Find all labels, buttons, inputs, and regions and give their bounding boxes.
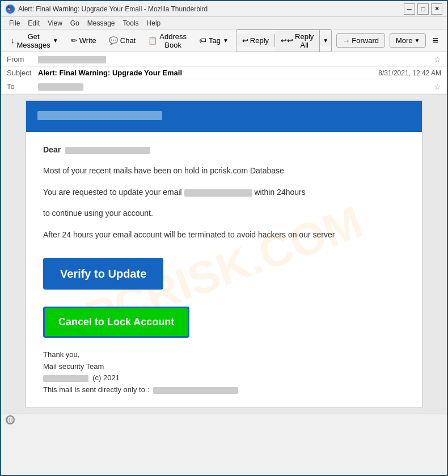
- menu-tools[interactable]: Tools: [120, 19, 142, 28]
- get-messages-dropdown-icon: ▼: [53, 37, 58, 44]
- more-button[interactable]: More ▼: [390, 33, 426, 48]
- title-bar: 🦅 Alert: Final Warning: Upgrade Your Ema…: [1, 1, 447, 17]
- chat-icon: 💬: [109, 36, 118, 45]
- from-star-icon[interactable]: ☆: [434, 55, 441, 64]
- menu-help[interactable]: Help: [143, 19, 164, 28]
- minimize-button[interactable]: ─: [404, 3, 415, 15]
- subject-row: Subject Alert: Final Warning: Upgrade Yo…: [1, 67, 447, 79]
- address-book-label: Address Book: [159, 32, 187, 49]
- menu-message[interactable]: Message: [84, 19, 119, 28]
- get-messages-button[interactable]: ↓ Get Messages ▼: [6, 29, 64, 52]
- reply-all-button[interactable]: ↩↩ Reply All: [275, 30, 320, 52]
- reply-group: ↩ Reply ↩↩ Reply All ▼: [236, 29, 332, 52]
- maximize-button[interactable]: □: [417, 3, 429, 15]
- footer-sent-prefix: This mail is sent directly only to :: [43, 385, 149, 394]
- paragraph2: You are requested to update your email w…: [43, 186, 405, 198]
- email-header: From ☆ Subject Alert: Final Warning: Upg…: [1, 52, 447, 95]
- footer-team: Mail security Team: [43, 361, 405, 373]
- menu-edit[interactable]: Edit: [24, 19, 43, 28]
- to-value: [38, 82, 432, 91]
- footer-sent-line: This mail is sent directly only to :: [43, 384, 405, 396]
- to-row: To ☆: [1, 79, 447, 94]
- footer-recipient-redacted: [153, 387, 238, 394]
- reply-all-label: Reply All: [295, 32, 314, 49]
- reply-icon: ↩: [242, 36, 248, 45]
- email-content-wrapper: PCRISK.COM Dear Most of your recent mail…: [1, 95, 447, 414]
- tag-button[interactable]: 🏷 Tag ▼: [194, 33, 234, 48]
- menu-bar: File Edit View Go Message Tools Help: [1, 17, 447, 29]
- write-button[interactable]: ✏ Write: [66, 33, 102, 48]
- subject-date: 8/31/2021, 12:42 AM: [378, 69, 441, 77]
- to-star-icon[interactable]: ☆: [434, 82, 441, 91]
- email-body: PCRISK.COM Dear Most of your recent mail…: [26, 132, 422, 407]
- cancel-button-label: Cancel to Lock Account: [45, 308, 188, 336]
- more-dropdown-icon: ▼: [415, 37, 420, 44]
- email-inline-redacted: [184, 189, 252, 197]
- from-label: From: [7, 55, 38, 63]
- tag-label: Tag: [209, 36, 221, 45]
- menu-view[interactable]: View: [44, 19, 66, 28]
- dear-line: Dear: [43, 143, 405, 156]
- from-row: From ☆: [1, 52, 447, 67]
- chat-label: Chat: [120, 36, 136, 45]
- address-book-button[interactable]: 📋 Address Book: [143, 29, 192, 52]
- reply-label: Reply: [250, 36, 269, 45]
- write-label: Write: [79, 36, 96, 45]
- subject-value: Alert: Final Warning: Upgrade Your Email: [38, 69, 378, 77]
- window-title: Alert: Final Warning: Upgrade Your Email…: [18, 5, 208, 13]
- forward-label: Forward: [352, 36, 379, 45]
- footer-redacted: [43, 375, 88, 382]
- footer-year: (c) 2021: [92, 373, 120, 382]
- footer-thanks: Thank you,: [43, 349, 405, 361]
- verify-button-wrapper: Verify to Update: [43, 249, 405, 298]
- wireless-icon: )))): [6, 415, 15, 424]
- footer-year-line: (c) 2021: [43, 372, 405, 384]
- paragraph2-suffix: within 24hours: [254, 188, 305, 197]
- more-label: More: [396, 36, 413, 45]
- tag-dropdown-icon: ▼: [223, 37, 229, 44]
- cancel-button[interactable]: Cancel to Lock Account: [43, 307, 189, 338]
- banner-email-redacted: [37, 111, 162, 120]
- verify-button[interactable]: Verify to Update: [43, 258, 163, 290]
- close-button[interactable]: ✕: [431, 3, 442, 15]
- footer: Thank you, Mail security Team (c) 2021 T…: [43, 349, 405, 396]
- dear-name-redacted: [65, 147, 150, 154]
- reply-all-dropdown-button[interactable]: ▼: [320, 35, 331, 46]
- from-address-redacted: [38, 56, 106, 63]
- subject-label: Subject: [7, 69, 38, 77]
- address-book-icon: 📋: [148, 36, 157, 45]
- menu-file[interactable]: File: [6, 19, 23, 28]
- hamburger-button[interactable]: ≡: [428, 33, 442, 48]
- paragraph2-prefix: You are requested to update your email: [43, 188, 182, 197]
- reply-all-icon: ↩↩: [281, 36, 293, 45]
- thunderbird-icon: 🦅: [6, 5, 15, 14]
- get-messages-icon: ↓: [11, 36, 15, 45]
- from-value: [38, 55, 432, 63]
- write-icon: ✏: [71, 36, 77, 45]
- paragraph1: Most of your recent mails have been on h…: [43, 164, 405, 177]
- reply-button[interactable]: ↩ Reply: [236, 34, 275, 47]
- forward-button[interactable]: → Forward: [336, 33, 385, 48]
- email-banner: [26, 101, 422, 132]
- forward-icon: →: [343, 36, 350, 45]
- paragraph3: to continue using your account.: [43, 207, 405, 219]
- paragraph4: After 24 hours your email account will b…: [43, 228, 405, 241]
- tag-icon: 🏷: [199, 36, 206, 45]
- to-label: To: [7, 82, 38, 91]
- dear-prefix: Dear: [43, 145, 61, 154]
- get-messages-label: Get Messages: [17, 32, 50, 49]
- cancel-button-wrapper: Cancel to Lock Account: [43, 307, 405, 338]
- to-address-redacted: [38, 83, 83, 91]
- status-bar: )))): [1, 414, 447, 426]
- toolbar: ↓ Get Messages ▼ ✏ Write 💬 Chat 📋 Addres…: [1, 29, 447, 52]
- menu-go[interactable]: Go: [67, 19, 83, 28]
- email-content: PCRISK.COM Dear Most of your recent mail…: [26, 100, 422, 408]
- chat-button[interactable]: 💬 Chat: [104, 33, 141, 48]
